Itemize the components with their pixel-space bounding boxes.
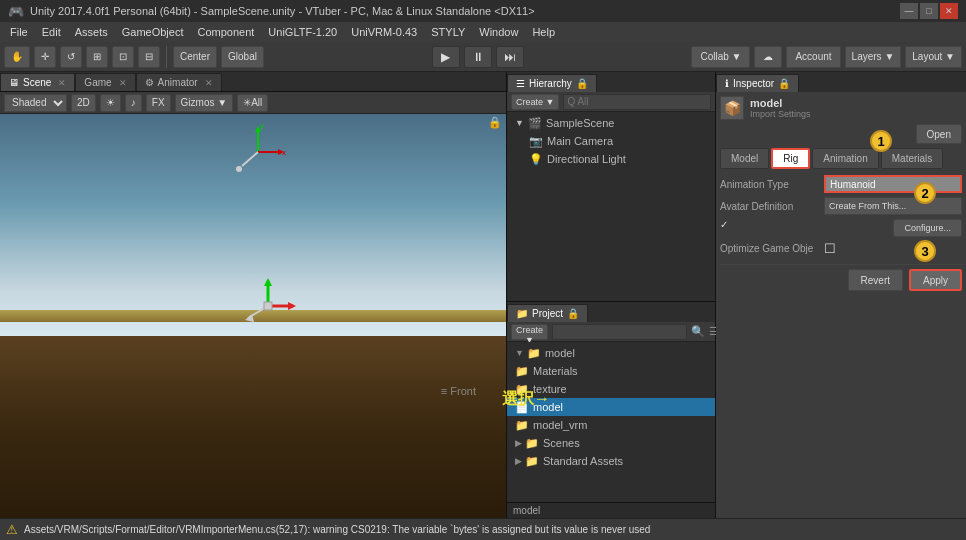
menu-file[interactable]: File [4, 25, 34, 39]
light-icon: 💡 [529, 153, 543, 166]
project-item-scenes[interactable]: ▶ 📁 Scenes [507, 434, 715, 452]
center-button[interactable]: Center [173, 46, 217, 68]
materials-folder-icon: 📁 [515, 365, 529, 378]
model-root-arrow: ▼ [515, 348, 524, 358]
annotation-select-text: 選択→ [502, 389, 550, 410]
annotation-circle-3: 3 [914, 240, 936, 262]
tab-animator[interactable]: ⚙ Animator ✕ [136, 73, 222, 91]
project-create-button[interactable]: Create ▼ [511, 324, 548, 340]
search-icon: 🔍 [691, 325, 705, 338]
project-item-standard-assets[interactable]: ▶ 📁 Standard Assets [507, 452, 715, 470]
hierarchy-create-button[interactable]: Create ▼ [511, 94, 559, 110]
step-button[interactable]: ⏭ [496, 46, 524, 68]
account-button[interactable]: Account [786, 46, 840, 68]
avatar-definition-value[interactable]: Create From This... [824, 197, 962, 215]
inspector-tab-label: Inspector [733, 78, 774, 89]
window-controls: — □ ✕ [900, 3, 958, 19]
menu-window[interactable]: Window [473, 25, 524, 39]
materials-label: Materials [533, 365, 578, 377]
menu-styly[interactable]: STYLY [425, 25, 471, 39]
menu-gameobject[interactable]: GameObject [116, 25, 190, 39]
open-button[interactable]: Open [916, 124, 962, 144]
cloud-button[interactable]: ☁ [754, 46, 782, 68]
project-item-materials[interactable]: 📁 Materials [507, 362, 715, 380]
close-button[interactable]: ✕ [940, 3, 958, 19]
annotation-circle-2: 2 [914, 182, 936, 204]
project-search-input[interactable] [552, 324, 687, 340]
hierarchy-search-input[interactable] [563, 94, 711, 110]
app-icon: 🎮 [8, 4, 24, 19]
project-item-model-vrm[interactable]: 📁 model_vrm [507, 416, 715, 434]
apply-button[interactable]: Apply [909, 269, 962, 291]
animation-type-value[interactable]: Humanoid [824, 175, 962, 193]
svg-text:y: y [260, 122, 264, 130]
minimize-button[interactable]: — [900, 3, 918, 19]
animator-tab-close[interactable]: ✕ [205, 78, 213, 88]
hierarchy-item-samplescene[interactable]: ▼ 🎬 SampleScene [507, 114, 715, 132]
transform-tool-button[interactable]: ⊟ [138, 46, 160, 68]
project-tab[interactable]: 📁 Project 🔒 [507, 304, 588, 322]
hierarchy-panel: ☰ Hierarchy 🔒 Create ▼ ▼ 🎬 SampleScene 📷… [507, 72, 715, 302]
play-button[interactable]: ▶ [432, 46, 460, 68]
status-bar: ⚠ Assets/VRM/Scripts/Format/Editor/VRMIm… [0, 518, 966, 540]
project-item-model-root[interactable]: ▼ 📁 model [507, 344, 715, 362]
layout-button[interactable]: Layout ▼ [905, 46, 962, 68]
maximize-button[interactable]: □ [920, 3, 938, 19]
samplescene-label: SampleScene [546, 117, 615, 129]
layers-button[interactable]: Layers ▼ [845, 46, 902, 68]
collab-button[interactable]: Collab ▼ [691, 46, 750, 68]
tab-game[interactable]: Game ✕ [75, 73, 135, 91]
model-vrm-folder-icon: 📁 [515, 419, 529, 432]
all-button[interactable]: ✳All [237, 94, 268, 112]
materials-import-tab[interactable]: Materials [881, 148, 944, 169]
menu-unigltf[interactable]: UniGLTF-1.20 [262, 25, 343, 39]
menu-help[interactable]: Help [526, 25, 561, 39]
right-panel: ℹ Inspector 🔒 📦 model Import Settings Op… [716, 72, 966, 518]
svg-point-5 [236, 166, 242, 172]
tab-scene[interactable]: 🖥 Scene ✕ [0, 73, 75, 91]
animation-type-label: Animation Type [720, 179, 820, 190]
left-panel: 🖥 Scene ✕ Game ✕ ⚙ Animator ✕ Shaded 2D … [0, 72, 506, 518]
pause-button[interactable]: ⏸ [464, 46, 492, 68]
inspector-tab[interactable]: ℹ Inspector 🔒 [716, 74, 799, 92]
game-tab-close[interactable]: ✕ [119, 78, 127, 88]
animation-import-tab[interactable]: Animation [812, 148, 878, 169]
scale-tool-button[interactable]: ⊞ [86, 46, 108, 68]
hierarchy-item-maincamera[interactable]: 📷 Main Camera [507, 132, 715, 150]
menu-edit[interactable]: Edit [36, 25, 67, 39]
project-tree-container: ▼ 📁 model 📁 Materials 📁 texture 📄 [507, 342, 715, 472]
hierarchy-tab[interactable]: ☰ Hierarchy 🔒 [507, 74, 597, 92]
scene-viewport[interactable]: y x [0, 114, 506, 518]
hand-tool-button[interactable]: ✋ [4, 46, 30, 68]
scene-tab-close[interactable]: ✕ [58, 78, 66, 88]
rotate-tool-button[interactable]: ↺ [60, 46, 82, 68]
avatar-definition-label: Avatar Definition [720, 201, 820, 212]
optimize-checkbox[interactable]: ☐ [824, 241, 836, 256]
menu-assets[interactable]: Assets [69, 25, 114, 39]
import-settings-label: Import Settings [750, 109, 811, 119]
rect-tool-button[interactable]: ⊡ [112, 46, 134, 68]
configure-button[interactable]: Configure... [893, 219, 962, 237]
standard-assets-folder-icon: 📁 [525, 455, 539, 468]
samplescene-icon: 🎬 [528, 117, 542, 130]
2d-button[interactable]: 2D [71, 94, 96, 112]
rig-import-tab[interactable]: Rig [771, 148, 810, 169]
menu-univrm[interactable]: UniVRM-0.43 [345, 25, 423, 39]
optimize-label: Optimize Game Obje [720, 243, 820, 254]
global-button[interactable]: Global [221, 46, 264, 68]
model-import-tab[interactable]: Model [720, 148, 769, 169]
scenes-arrow: ▶ [515, 438, 522, 448]
hierarchy-item-directionallight[interactable]: 💡 Directional Light [507, 150, 715, 168]
shaded-select[interactable]: Shaded [4, 94, 67, 112]
revert-button[interactable]: Revert [848, 269, 903, 291]
move-tool-button[interactable]: ✛ [34, 46, 56, 68]
menu-component[interactable]: Component [191, 25, 260, 39]
project-tab-label: Project [532, 308, 563, 319]
hierarchy-toolbar: Create ▼ [507, 92, 715, 112]
maincamera-label: Main Camera [547, 135, 613, 147]
fx-toggle[interactable]: FX [146, 94, 171, 112]
audio-toggle[interactable]: ♪ [125, 94, 142, 112]
light-toggle[interactable]: ☀ [100, 94, 121, 112]
configure-row: ✓ Configure... [720, 219, 962, 237]
gizmos-button[interactable]: Gizmos ▼ [175, 94, 234, 112]
